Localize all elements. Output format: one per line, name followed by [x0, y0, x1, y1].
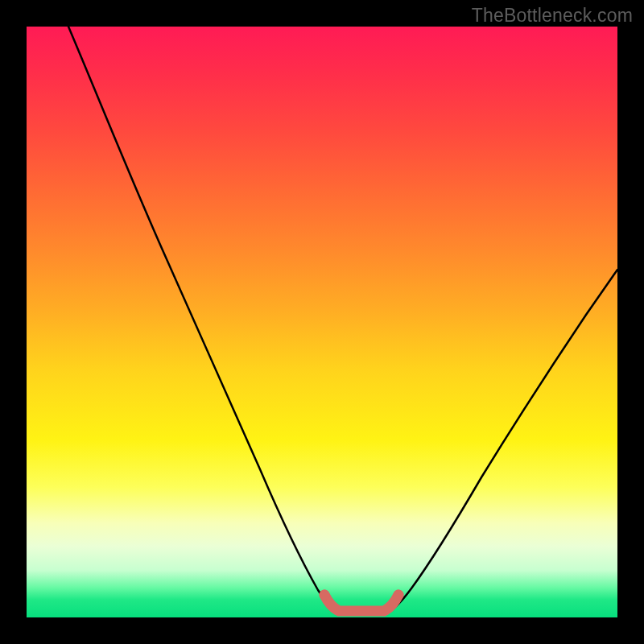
valley-cap-left — [320, 590, 330, 601]
curve-layer — [27, 27, 617, 617]
chart-frame: TheBottleneck.com — [0, 0, 644, 644]
valley-cap-right — [394, 590, 404, 601]
right-curve — [390, 270, 617, 610]
watermark-text: TheBottleneck.com — [472, 5, 633, 27]
left-curve — [68, 27, 336, 610]
valley-highlight — [324, 595, 398, 611]
plot-area — [27, 27, 617, 617]
